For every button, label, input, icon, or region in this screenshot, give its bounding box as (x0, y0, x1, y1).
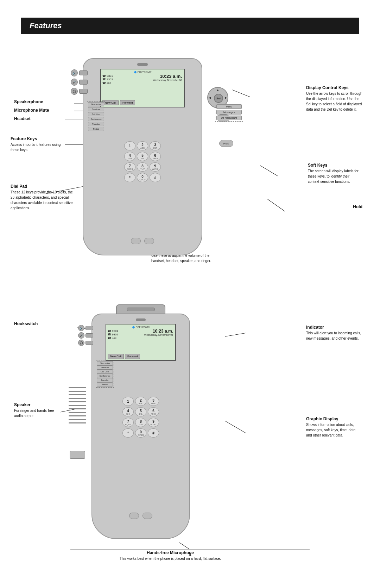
key-3-bottom[interactable]: 3DEF (148, 397, 159, 406)
polycom-logo-bottom: 🔷 POLYCOM® (108, 326, 174, 329)
speakerphone-btn-top[interactable] (79, 70, 88, 75)
softkey-forward-bottom[interactable]: Forward (125, 354, 140, 359)
softkey-new-call-bottom[interactable]: New Call (108, 354, 124, 359)
key-3-top[interactable]: 3DEF (150, 141, 161, 150)
key-0-bottom[interactable]: 0OPER (135, 428, 146, 438)
fk-directories-bottom[interactable]: Directories (97, 361, 113, 365)
vol-down-top[interactable] (131, 238, 141, 244)
key-4-top[interactable]: 4GHI (124, 152, 135, 161)
feature-keys-panel-top: Directories Services Call Lists Conferen… (87, 101, 105, 132)
page-divider (70, 549, 310, 550)
key-star-bottom[interactable]: * (122, 428, 134, 438)
key-9-top[interactable]: 9WXYZ (150, 162, 161, 172)
fk-transfer-top[interactable]: Transfer (88, 122, 104, 126)
fk-calllists-top[interactable]: Call Lists (88, 112, 104, 116)
soft-keys-label: Soft Keys The screen will display labels… (308, 162, 362, 184)
vol-down-bottom[interactable] (129, 513, 139, 519)
key-5-top[interactable]: 5JKL (137, 152, 148, 161)
sk-donotdisturb-top[interactable]: Do Not Disturb (216, 116, 242, 120)
key-1-top[interactable]: 1 (124, 141, 135, 150)
side-buttons-left-top: 🔊 🎤 🎧 (71, 69, 88, 95)
fk-conference-bottom[interactable]: Conference (97, 374, 113, 378)
nav-up-top[interactable]: ▲ (216, 88, 219, 92)
hold-key-top[interactable]: Hold (219, 140, 233, 147)
key-6-top[interactable]: 6MNO (150, 152, 161, 161)
mute-btn-bottom[interactable] (86, 333, 93, 338)
top-section: Line/Speed Dial Keys Use these keys to a… (0, 28, 380, 296)
key-4-bottom[interactable]: 4GHI (122, 407, 134, 416)
speaker-label: Speaker For ringer and hands-free audio … (14, 402, 63, 419)
speakerphone-icon-top[interactable]: 🔊 (71, 69, 78, 76)
key-1-bottom[interactable]: 1 (122, 397, 134, 406)
microphone-mute-label: Microphone Mute (14, 107, 49, 113)
vol-up-bottom[interactable] (142, 513, 152, 519)
spk-icon-bottom[interactable]: 🔊 (78, 325, 84, 331)
dial-pad-bottom: 1 2ABC 3DEF 4GHI 5JKL 6MNO 7PQRS 8TUV 9W… (122, 397, 159, 438)
key-7-top[interactable]: 7PQRS (124, 162, 135, 172)
key-2-top[interactable]: 2ABC (137, 141, 148, 150)
fk-calllists-bottom[interactable]: Call Lists (97, 370, 113, 374)
key-9-bottom[interactable]: 9WXYZ (148, 418, 159, 427)
headset-btn-bottom[interactable] (86, 341, 93, 345)
svg-line-9 (260, 166, 278, 176)
screen-line3: ☎ Joe (102, 81, 183, 85)
display-control-label: Display Control Keys Use the arrow keys … (306, 85, 362, 112)
phone-diagram-top: 🔷 POLYCOM® ☎ 9301 ☎ 9302 ☎ Joe 10: (83, 58, 202, 255)
screen-softkeys-top: New Call Forward (102, 100, 183, 105)
phone-screen-bottom: 🔷 POLYCOM® ☎ 9301 ☎ 9302 ☎ Joe 10:23 a.m… (106, 324, 176, 361)
screen-softkeys-bottom: New Call Forward (108, 354, 140, 359)
phone-body-top: 🔷 POLYCOM® ☎ 9301 ☎ 9302 ☎ Joe 10: (83, 58, 202, 255)
mute-icon-bottom[interactable]: 🎤 (78, 332, 84, 339)
headset-btn-top[interactable] (79, 89, 88, 94)
vol-up-top[interactable] (144, 238, 154, 244)
fk-services-top[interactable]: Services (88, 107, 104, 111)
mute-btn-top[interactable] (79, 80, 88, 85)
fk-conference-top[interactable]: Conference (88, 117, 104, 121)
headset-label: Headset (14, 116, 31, 122)
dial-pad-top: 1 2ABC 3DEF 4GHI 5JKL 6MNO 7PQRS 8TUV 9W… (124, 141, 161, 182)
feature-keys-panel-bottom: Directories Services Call Lists Conferen… (96, 360, 114, 388)
fk-redial-top[interactable]: Redial (88, 127, 104, 131)
extra-btn-bottom[interactable] (70, 451, 85, 459)
handsfree-mic-label: Hands-free Microphone This works best wh… (120, 550, 221, 561)
screen-line3-bottom: ☎ Joe (108, 336, 174, 340)
screen-time-top: 10:23 a.m. Wednesday, November 06 (153, 74, 182, 81)
fk-directories-top[interactable]: Directories (88, 102, 104, 106)
speakerphone-label: Speakerphone (14, 99, 43, 105)
dial-pad-label: Dial Pad These 12 keys provide the 10 di… (11, 183, 74, 211)
fk-redial-bottom[interactable]: Redial (97, 382, 113, 386)
key-hash-bottom[interactable]: # (148, 428, 159, 438)
screen-time-bottom: 10:23 a.m. Wednesday, November 06 (144, 329, 173, 336)
hookswitch-bar[interactable] (116, 304, 165, 314)
fk-transfer-bottom[interactable]: Transfer (97, 378, 113, 382)
key-8-bottom[interactable]: 8TUV (135, 418, 146, 427)
feature-keys-label: Feature Keys Access important features u… (11, 136, 63, 153)
spk-btn-bottom[interactable] (86, 326, 93, 330)
phone-outer-bottom: 🔷 POLYCOM® ☎ 9301 ☎ 9302 ☎ Joe 10:23 a.m… (91, 314, 190, 539)
key-7-bottom[interactable]: 7PQRS (122, 418, 134, 427)
svg-line-14 (225, 421, 246, 433)
key-5-bottom[interactable]: 5JKL (135, 407, 146, 416)
led-indicator-bottom (136, 318, 146, 321)
sel-key-top[interactable]: Sel (214, 94, 223, 103)
key-6-bottom[interactable]: 6MNO (148, 407, 159, 416)
svg-line-13 (225, 333, 246, 336)
nav-left-top[interactable]: ◀ (209, 96, 211, 99)
polycom-logo-top: 🔷 POLYCOM® (102, 71, 183, 74)
key-8-top[interactable]: 8TUV (137, 162, 148, 172)
key-0-top[interactable]: 0OPER (137, 173, 148, 182)
nav-right-top[interactable]: ▶ (225, 96, 227, 99)
led-indicator-top (137, 63, 148, 66)
sk-menu-top[interactable]: Menu (216, 104, 242, 109)
sk-messages-top[interactable]: Messages (216, 110, 242, 114)
fk-services-bottom[interactable]: Services (97, 365, 113, 370)
softkey-forward-top[interactable]: Forward (120, 100, 135, 105)
headset-icon-bottom[interactable]: 🎧 (78, 340, 84, 346)
key-2-bottom[interactable]: 2ABC (135, 397, 146, 406)
mute-icon-top[interactable]: 🎤 (71, 79, 78, 86)
key-hash-top[interactable]: # (150, 173, 161, 182)
key-star-top[interactable]: * (124, 173, 135, 182)
headset-icon-top[interactable]: 🎧 (71, 88, 78, 95)
hookswitch-inner (127, 308, 155, 311)
indicator-label: Indicator This will alert you to incomin… (306, 324, 362, 341)
